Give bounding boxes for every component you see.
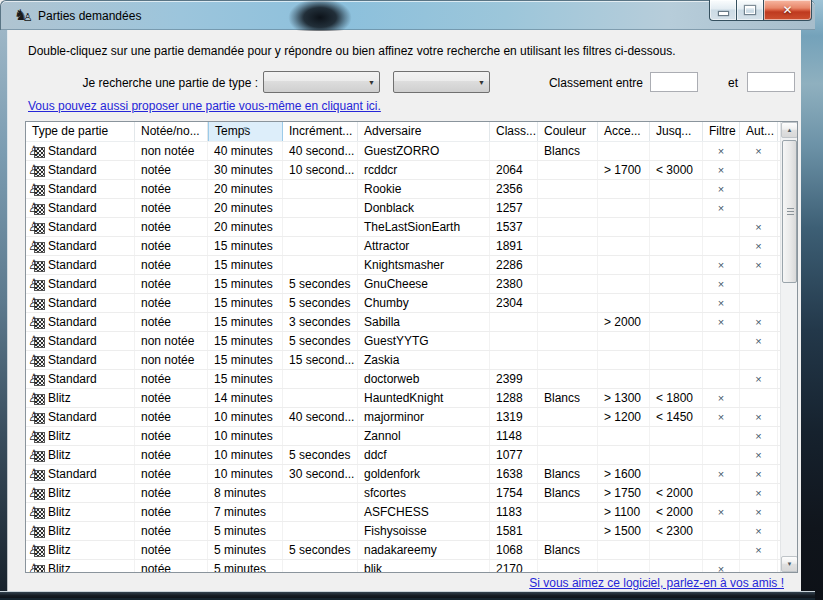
cell-type: Standard	[26, 332, 135, 350]
table-row[interactable]: Blitznotée5 minutesblik2170×	[26, 560, 780, 573]
column-header-auto[interactable]: Aut...	[740, 122, 778, 141]
game-type-text: Blitz	[48, 541, 71, 559]
cell-rating: 1891	[490, 237, 538, 255]
cell-filter	[703, 541, 740, 559]
rating-max-field[interactable]	[747, 72, 795, 92]
table-row[interactable]: Blitznotée5 minutes5 secondesnadakareemy…	[26, 541, 780, 560]
cell-auto	[740, 560, 778, 573]
cell-rating: 2064	[490, 161, 538, 179]
table-row[interactable]: Standardnotée15 minutes5 secondesGnuChee…	[26, 275, 780, 294]
cell-rated: notée	[135, 237, 208, 255]
table-row[interactable]: Blitznotée10 minutes5 secondesddcf1077×	[26, 446, 780, 465]
close-button[interactable]: ✕	[763, 0, 812, 21]
desktop-glass-reflection	[281, 1, 359, 31]
table-row[interactable]: Standardnotée15 minutes5 secondesChumby2…	[26, 294, 780, 313]
tell-your-friends-link[interactable]: Si vous aimez ce logiciel, parlez-en à v…	[529, 576, 784, 590]
game-type-text: Standard	[48, 275, 97, 293]
cell-rated: non notée	[135, 332, 208, 350]
cell-rated: notée	[135, 161, 208, 179]
window-frame-bottom	[0, 591, 815, 600]
table-row[interactable]: Blitznotée5 minutesFishysoisse1581> 1500…	[26, 522, 780, 541]
minimize-button[interactable]	[709, 0, 736, 21]
table-row[interactable]: Standardnotée10 minutes30 second...golde…	[26, 465, 780, 484]
table-row[interactable]: Blitznotée8 minutessfcortes1754Blancs> 1…	[26, 484, 780, 503]
game-type-icon	[28, 334, 46, 349]
game-type-icon	[28, 372, 46, 387]
game-subtype-select[interactable]: ▼	[393, 71, 490, 93]
cell-opponent: doctorweb	[358, 370, 490, 388]
column-header-time[interactable]: Temps▼	[208, 122, 283, 141]
column-header-color[interactable]: Couleur	[538, 122, 598, 141]
table-row[interactable]: Standardnotée15 minutesKnightsmasher2286…	[26, 256, 780, 275]
table-row[interactable]: Standardnotée10 minutes40 second...major…	[26, 408, 780, 427]
table-row[interactable]: Standardnotée15 minutesAttractor1891×	[26, 237, 780, 256]
column-header-accept-above[interactable]: Acce...	[598, 122, 650, 141]
cell-opponent: Chumby	[358, 294, 490, 312]
column-header-filter[interactable]: Filtre	[703, 122, 740, 141]
chevron-down-icon: ▼	[478, 72, 485, 92]
column-header-rating[interactable]: Class...	[490, 122, 538, 141]
cell-type: Standard	[26, 256, 135, 274]
cell-opponent: rcddcr	[358, 161, 490, 179]
table-row[interactable]: Standardnotée30 minutes10 second...rcddc…	[26, 161, 780, 180]
table-row[interactable]: Standardnotée15 minutesdoctorweb2399×	[26, 370, 780, 389]
column-header-rated[interactable]: Notée/no...	[135, 122, 208, 141]
cell-rated: non notée	[135, 351, 208, 369]
cell-accept-above: > 1100	[598, 503, 650, 521]
table-row[interactable]: Standardnotée20 minutesDonblack1257×	[26, 199, 780, 218]
column-header-type[interactable]: Type de partie	[26, 122, 135, 141]
table-row[interactable]: Standardnotée15 minutes3 secondesSabilla…	[26, 313, 780, 332]
column-header-opponent[interactable]: Adversaire	[358, 122, 490, 141]
scroll-up-button[interactable]: ▲	[781, 122, 798, 138]
cell-time: 40 minutes	[208, 142, 283, 160]
game-type-select[interactable]: ▼	[263, 71, 380, 93]
window-controls: ✕	[709, 0, 812, 21]
cell-opponent: sfcortes	[358, 484, 490, 502]
cell-rating: 2286	[490, 256, 538, 274]
game-type-icon	[28, 505, 46, 520]
vertical-scrollbar[interactable]: ▲ ▼	[780, 122, 797, 572]
table-row[interactable]: Standardnotée20 minutesTheLastSionEarth1…	[26, 218, 780, 237]
propose-game-link[interactable]: Vous pouvez aussi proposer une partie vo…	[28, 99, 381, 113]
cell-time: 15 minutes	[208, 332, 283, 350]
cell-filter	[703, 427, 740, 445]
column-header-label: Jusq...	[656, 124, 691, 138]
cell-time: 15 minutes	[208, 237, 283, 255]
game-type-text: Standard	[48, 161, 97, 179]
cell-increment	[283, 522, 358, 540]
scroll-down-icon: ▼	[787, 561, 793, 567]
table-row[interactable]: Standardnon notée40 minutes40 second...G…	[26, 142, 780, 161]
game-type-icon	[28, 182, 46, 197]
table-row[interactable]: Standardnotée20 minutesRookie2356×	[26, 180, 780, 199]
table-row[interactable]: Standardnon notée15 minutes5 secondesGue…	[26, 332, 780, 351]
scroll-down-button[interactable]: ▼	[781, 556, 798, 572]
column-header-increment[interactable]: Incrément...	[283, 122, 358, 141]
game-type-icon	[28, 391, 46, 406]
cell-accept-above: > 1700	[598, 161, 650, 179]
cell-accept-above	[598, 541, 650, 559]
cell-increment: 5 secondes	[283, 275, 358, 293]
window-title: Parties demandées	[38, 9, 141, 23]
cell-type: Standard	[26, 161, 135, 179]
table-row[interactable]: Blitznotée14 minutesHauntedKnight1288Bla…	[26, 389, 780, 408]
cell-increment: 5 secondes	[283, 541, 358, 559]
titlebar[interactable]: Parties demandées	[0, 0, 815, 30]
cell-type: Blitz	[26, 522, 135, 540]
maximize-button[interactable]	[736, 0, 763, 21]
column-header-accept-below[interactable]: Jusq...	[650, 122, 703, 141]
rating-min-field[interactable]	[650, 72, 698, 92]
cell-time: 15 minutes	[208, 351, 283, 369]
cell-auto: ×	[740, 313, 778, 331]
cell-time: 20 minutes	[208, 218, 283, 236]
cell-accept-above	[598, 427, 650, 445]
table-row[interactable]: Standardnon notée15 minutes15 second...Z…	[26, 351, 780, 370]
scrollbar-thumb[interactable]	[782, 140, 797, 283]
cell-rated: notée	[135, 180, 208, 198]
table-row[interactable]: Blitznotée7 minutesASFCHESS1183> 1100< 2…	[26, 503, 780, 522]
cell-time: 5 minutes	[208, 560, 283, 573]
cell-color	[538, 199, 598, 217]
cell-increment: 5 secondes	[283, 446, 358, 464]
cell-type: Blitz	[26, 446, 135, 464]
table-row[interactable]: Blitznotée10 minutesZannol1148×	[26, 427, 780, 446]
cell-accept-above	[598, 332, 650, 350]
